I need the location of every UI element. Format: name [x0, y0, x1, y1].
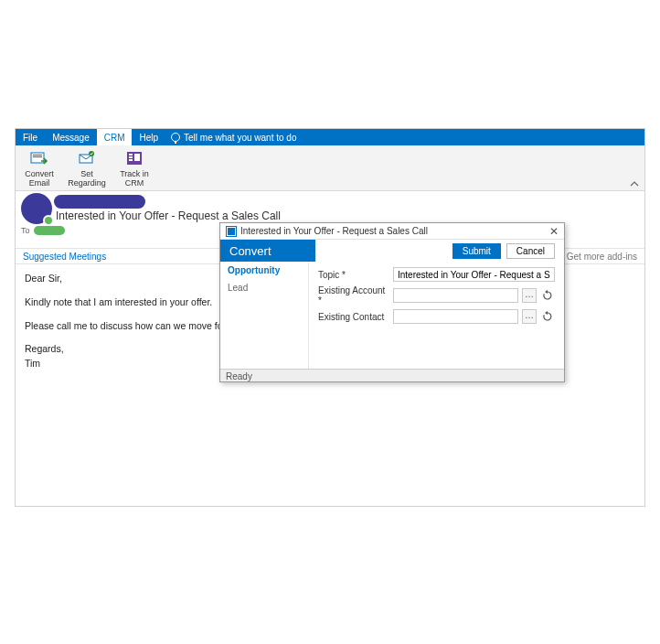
tell-me-search[interactable]: Tell me what you want to do	[165, 129, 302, 145]
sender-avatar[interactable]	[21, 193, 52, 224]
topic-input[interactable]	[393, 267, 555, 282]
submit-button[interactable]: Submit	[452, 243, 501, 259]
collapse-ribbon-icon[interactable]	[630, 181, 639, 188]
convert-email-icon	[29, 149, 49, 167]
close-icon[interactable]: ✕	[549, 225, 559, 238]
presence-icon	[43, 215, 54, 226]
sender-name-redacted	[54, 195, 145, 209]
outlook-logo-icon	[226, 226, 237, 237]
account-refresh-button[interactable]	[540, 288, 555, 303]
dialog-status-bar: Ready	[220, 369, 564, 381]
set-regarding-button[interactable]: Set Regarding	[67, 147, 107, 185]
signoff-text: Regards,	[25, 343, 64, 354]
tab-message[interactable]: Message	[45, 129, 97, 145]
dialog-title-text: Interested in Your Offer - Request a Sal…	[240, 226, 428, 236]
topic-label: Topic *	[318, 270, 389, 280]
refresh-icon	[542, 290, 553, 301]
dialog-form: Topic * Existing Account * … Existing Co…	[309, 262, 564, 369]
convert-email-button[interactable]: Convert Email	[19, 147, 59, 185]
refresh-icon	[542, 311, 553, 322]
to-label: To	[21, 226, 30, 235]
to-line: To	[21, 226, 65, 235]
tab-crm[interactable]: CRM	[97, 129, 133, 145]
tab-file[interactable]: File	[16, 129, 45, 145]
dialog-header-bar: Convert Submit Cancel	[220, 240, 564, 262]
cancel-button[interactable]: Cancel	[506, 243, 555, 259]
recipient-redacted	[34, 226, 65, 235]
dialog-sidebar: Opportunity Lead	[220, 262, 309, 369]
account-lookup-button[interactable]: …	[522, 288, 537, 303]
email-subject: Interested in Your Offer - Request a Sal…	[56, 209, 281, 222]
svg-rect-2	[33, 156, 42, 157]
set-regarding-icon	[77, 149, 97, 167]
convert-dialog: Interested in Your Offer - Request a Sal…	[219, 222, 565, 382]
lightbulb-icon	[171, 133, 180, 142]
svg-rect-9	[134, 154, 140, 161]
dialog-titlebar[interactable]: Interested in Your Offer - Request a Sal…	[220, 223, 564, 240]
track-in-crm-icon	[124, 149, 144, 167]
svg-rect-1	[33, 155, 42, 156]
dialog-body: Opportunity Lead Topic * Existing Accoun…	[220, 262, 564, 369]
svg-rect-7	[129, 156, 133, 158]
get-more-addins-link[interactable]: Get more add-ins	[554, 252, 637, 262]
sidebar-item-lead[interactable]: Lead	[220, 279, 308, 296]
existing-contact-label: Existing Contact	[318, 312, 389, 322]
convert-email-label: Convert Email	[19, 169, 59, 188]
menubar: File Message CRM Help Tell me what you w…	[16, 129, 644, 145]
set-regarding-label: Set Regarding	[67, 169, 107, 188]
tell-me-label: Tell me what you want to do	[184, 133, 296, 143]
dialog-header-label: Convert	[220, 240, 315, 262]
suggested-meetings-link[interactable]: Suggested Meetings	[23, 252, 106, 262]
signoff-name: Tim	[25, 358, 40, 369]
existing-account-input[interactable]	[393, 288, 518, 303]
ribbon: Convert Email Set Regarding Track in CRM	[16, 145, 644, 191]
svg-rect-6	[129, 154, 133, 156]
contact-lookup-button[interactable]: …	[522, 309, 537, 324]
sidebar-item-opportunity[interactable]: Opportunity	[220, 262, 308, 279]
svg-rect-8	[129, 159, 133, 161]
existing-contact-input[interactable]	[393, 309, 518, 324]
contact-refresh-button[interactable]	[540, 309, 555, 324]
track-in-crm-button[interactable]: Track in CRM	[114, 147, 154, 185]
track-in-crm-label: Track in CRM	[114, 169, 154, 188]
tab-help[interactable]: Help	[132, 129, 165, 145]
get-more-addins-label: Get more add-ins	[567, 252, 637, 262]
existing-account-label: Existing Account *	[318, 285, 389, 306]
